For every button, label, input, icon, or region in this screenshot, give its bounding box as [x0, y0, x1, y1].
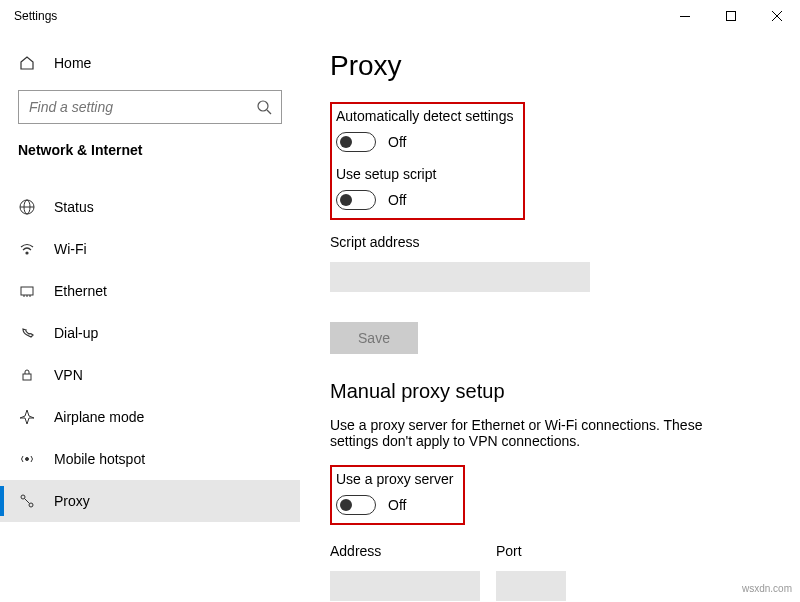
script-address-input[interactable]: [330, 262, 590, 292]
svg-point-15: [26, 458, 29, 461]
sidebar-item-label: Dial-up: [54, 325, 98, 341]
sidebar: Home Network & Internet Status: [0, 32, 300, 602]
port-input[interactable]: [496, 571, 566, 601]
sidebar-item-label: Wi-Fi: [54, 241, 87, 257]
sidebar-item-label: VPN: [54, 367, 83, 383]
ethernet-icon: [18, 282, 36, 300]
wifi-icon: [18, 240, 36, 258]
sidebar-item-ethernet[interactable]: Ethernet: [0, 270, 300, 312]
proxy-icon: [18, 492, 36, 510]
sidebar-item-wifi[interactable]: Wi-Fi: [0, 228, 300, 270]
sidebar-item-label: Proxy: [54, 493, 90, 509]
script-address-label: Script address: [330, 234, 770, 250]
minimize-button[interactable]: [662, 0, 708, 32]
sidebar-item-status[interactable]: Status: [0, 186, 300, 228]
content-area: Proxy Automatically detect settings Off …: [300, 32, 800, 602]
svg-rect-10: [21, 287, 33, 295]
svg-point-9: [26, 252, 28, 254]
port-label: Port: [496, 543, 566, 559]
home-icon: [18, 54, 36, 72]
use-proxy-toggle[interactable]: [336, 495, 376, 515]
airplane-icon: [18, 408, 36, 426]
window-controls: [662, 0, 800, 32]
maximize-button[interactable]: [708, 0, 754, 32]
save-button[interactable]: Save: [330, 322, 418, 354]
svg-rect-14: [23, 374, 31, 380]
sidebar-item-proxy[interactable]: Proxy: [0, 480, 300, 522]
highlight-box-manual: Use a proxy server Off: [330, 465, 465, 525]
auto-detect-toggle[interactable]: [336, 132, 376, 152]
auto-detect-state: Off: [388, 134, 406, 150]
search-icon: [256, 99, 272, 115]
setup-script-state: Off: [388, 192, 406, 208]
sidebar-item-airplane[interactable]: Airplane mode: [0, 396, 300, 438]
auto-detect-label: Automatically detect settings: [336, 108, 513, 124]
dialup-icon: [18, 324, 36, 342]
window-title: Settings: [14, 9, 57, 23]
svg-line-18: [25, 499, 30, 504]
use-proxy-label: Use a proxy server: [336, 471, 453, 487]
sidebar-item-label: Airplane mode: [54, 409, 144, 425]
sidebar-item-label: Ethernet: [54, 283, 107, 299]
hotspot-icon: [18, 450, 36, 468]
watermark: wsxdn.com: [742, 583, 792, 594]
svg-rect-1: [727, 12, 736, 21]
page-title: Proxy: [330, 50, 770, 82]
sidebar-item-dialup[interactable]: Dial-up: [0, 312, 300, 354]
vpn-icon: [18, 366, 36, 384]
manual-description: Use a proxy server for Ethernet or Wi-Fi…: [330, 417, 750, 449]
titlebar: Settings: [0, 0, 800, 32]
sidebar-item-hotspot[interactable]: Mobile hotspot: [0, 438, 300, 480]
svg-line-5: [267, 110, 271, 114]
home-nav[interactable]: Home: [0, 42, 300, 84]
sidebar-item-vpn[interactable]: VPN: [0, 354, 300, 396]
svg-point-4: [258, 101, 268, 111]
close-button[interactable]: [754, 0, 800, 32]
highlight-box-auto: Automatically detect settings Off Use se…: [330, 102, 525, 220]
sidebar-item-label: Status: [54, 199, 94, 215]
manual-heading: Manual proxy setup: [330, 380, 770, 403]
sidebar-item-label: Mobile hotspot: [54, 451, 145, 467]
svg-point-16: [21, 495, 25, 499]
search-input[interactable]: [18, 90, 282, 124]
setup-script-toggle[interactable]: [336, 190, 376, 210]
address-input[interactable]: [330, 571, 480, 601]
globe-icon: [18, 198, 36, 216]
svg-point-17: [29, 503, 33, 507]
home-label: Home: [54, 55, 91, 71]
category-title: Network & Internet: [0, 134, 300, 172]
use-proxy-state: Off: [388, 497, 406, 513]
setup-script-label: Use setup script: [336, 166, 513, 182]
address-label: Address: [330, 543, 480, 559]
